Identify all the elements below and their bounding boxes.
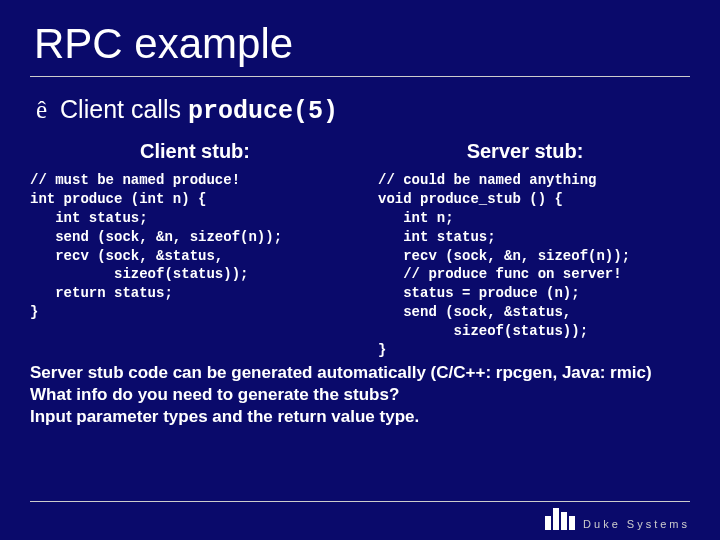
logo: Duke Systems	[545, 508, 690, 530]
footer-line-3: Input parameter types and the return val…	[30, 406, 690, 428]
server-code: // could be named anything void produce_…	[360, 171, 690, 360]
code-columns: Client stub: // must be named produce! i…	[30, 140, 690, 360]
footer-line-2: What info do you need to generate the st…	[30, 384, 690, 406]
logo-icon	[545, 508, 575, 530]
client-heading: Client stub:	[30, 140, 360, 163]
footer-notes: Server stub code can be generated automa…	[30, 362, 690, 428]
server-column: Server stub: // could be named anything …	[360, 140, 690, 360]
footer-line-1: Server stub code can be generated automa…	[30, 362, 690, 384]
bullet-symbol: ê	[36, 96, 47, 123]
slide-title: RPC example	[34, 20, 690, 68]
bullet-code: produce(5)	[188, 97, 338, 126]
client-code: // must be named produce! int produce (i…	[30, 171, 360, 322]
server-heading: Server stub:	[360, 140, 690, 163]
title-divider	[30, 76, 690, 77]
logo-text: Duke Systems	[583, 518, 690, 530]
bullet-line: ê Client calls produce(5)	[36, 95, 690, 126]
bullet-prefix: Client calls	[60, 95, 188, 123]
client-column: Client stub: // must be named produce! i…	[30, 140, 360, 360]
bottom-divider	[30, 501, 690, 502]
